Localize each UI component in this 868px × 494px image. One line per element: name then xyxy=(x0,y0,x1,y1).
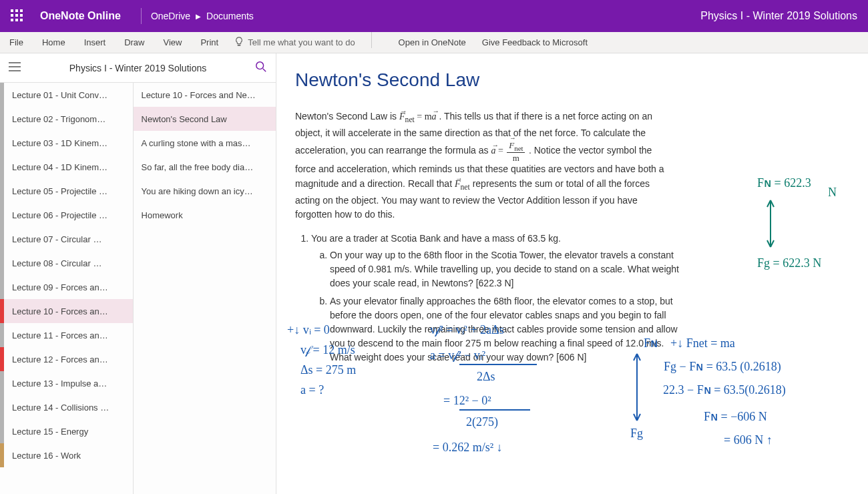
page-item[interactable]: A curling stone with a mas… xyxy=(134,131,276,155)
q1-stem: You are a trader at Scotia Bank and have… xyxy=(311,233,561,244)
svg-text:2(275): 2(275) xyxy=(466,415,498,429)
document-title: Physics I - Winter 2019 Solutions xyxy=(700,10,857,22)
lightbulb-icon xyxy=(234,37,244,48)
tab-view[interactable]: View xyxy=(154,32,192,53)
ink-newton-solve: +↓ Fnet = ma Fg − Fɴ = 63.5 (0.2618) 622… xyxy=(664,334,868,467)
nav-header: Physics I - Winter 2019 Solutions xyxy=(0,53,276,83)
search-icon[interactable] xyxy=(246,61,276,75)
page-item[interactable]: Lecture 10 - Forces and Ne… xyxy=(134,83,276,107)
svg-text:Fɴ = 622.3: Fɴ = 622.3 xyxy=(757,176,811,190)
app-name: OneNote Online xyxy=(40,10,121,22)
tell-me-label: Tell me what you want to do xyxy=(248,37,355,47)
breadcrumb-folder[interactable]: Documents xyxy=(206,11,254,21)
section-item[interactable]: Lecture 08 - Circular … xyxy=(0,251,133,275)
page-item[interactable]: Newton's Second Law xyxy=(134,107,276,131)
section-list[interactable]: Lecture 01 - Unit Conv…Lecture 02 - Trig… xyxy=(0,83,134,494)
open-in-onenote-link[interactable]: Open in OneNote xyxy=(391,37,474,47)
section-item[interactable]: Lecture 06 - Projectile … xyxy=(0,203,133,227)
page-item[interactable]: So far, all the free body dia… xyxy=(134,155,276,179)
svg-point-0 xyxy=(256,62,264,69)
svg-text:622.3 − Fɴ = 63.5(0.2618): 622.3 − Fɴ = 63.5(0.2618) xyxy=(664,383,786,397)
q1a: On your way up to the 68th floor in the … xyxy=(330,248,685,290)
breadcrumb[interactable]: OneDrive ▶ Documents xyxy=(151,11,254,21)
navigation-pane: Physics I - Winter 2019 Solutions Lectur… xyxy=(0,53,276,494)
body-text[interactable]: Newton's Second Law is Fnet = ma . This … xyxy=(295,109,669,222)
ink-fbd-top: Fɴ = 622.3 N Fg = 622.3 N xyxy=(677,174,851,280)
page-content[interactable]: Newton's Second Law Newton's Second Law … xyxy=(276,53,868,494)
q1b: As your elevator finally approaches the … xyxy=(330,294,685,364)
svg-text:= 0.262 m/s² ↓: = 0.262 m/s² ↓ xyxy=(433,441,503,454)
page-list[interactable]: Lecture 10 - Forces and Ne…Newton's Seco… xyxy=(134,83,276,494)
svg-text:= 606 N ↑: = 606 N ↑ xyxy=(724,433,773,447)
section-item[interactable]: Lecture 13 - Impulse a… xyxy=(0,371,133,395)
hamburger-icon[interactable] xyxy=(0,62,29,73)
section-item[interactable]: Lecture 03 - 1D Kinem… xyxy=(0,131,133,155)
svg-text:Δs = 275 m: Δs = 275 m xyxy=(300,363,356,377)
tab-draw[interactable]: Draw xyxy=(115,32,154,53)
divider xyxy=(141,8,142,24)
divider xyxy=(371,32,372,48)
section-item[interactable]: Lecture 09 - Forces an… xyxy=(0,275,133,299)
section-item[interactable]: Lecture 10 - Forces an… xyxy=(0,299,133,323)
breadcrumb-root[interactable]: OneDrive xyxy=(151,11,190,21)
tab-file[interactable]: File xyxy=(0,32,33,53)
main-area: Physics I - Winter 2019 Solutions Lectur… xyxy=(0,53,868,494)
svg-text:a = ?: a = ? xyxy=(300,383,324,397)
tab-insert[interactable]: Insert xyxy=(75,32,116,53)
section-item[interactable]: Lecture 16 - Work xyxy=(0,443,133,467)
section-item[interactable]: Lecture 01 - Unit Conv… xyxy=(0,83,133,107)
svg-text:2Δs: 2Δs xyxy=(477,370,495,383)
section-item[interactable]: Lecture 02 - Trigonom… xyxy=(0,107,133,131)
section-item[interactable]: Lecture 05 - Projectile … xyxy=(0,179,133,203)
tab-home[interactable]: Home xyxy=(33,32,75,53)
ribbon: File Home Insert Draw View Print Tell me… xyxy=(0,32,868,53)
problem-list[interactable]: You are a trader at Scotia Bank and have… xyxy=(311,232,685,364)
intro-text: Newton's Second Law is xyxy=(295,111,399,121)
svg-text:Fɴ = −606 N: Fɴ = −606 N xyxy=(704,410,767,423)
svg-text:Fg = 622.3 N: Fg = 622.3 N xyxy=(757,256,821,270)
section-item[interactable]: Lecture 07 - Circular … xyxy=(0,227,133,251)
section-item[interactable]: Lecture 14 - Collisions … xyxy=(0,395,133,419)
tab-print[interactable]: Print xyxy=(191,32,228,53)
page-item[interactable]: You are hiking down an icy… xyxy=(134,179,276,203)
tell-me-search[interactable]: Tell me what you want to do xyxy=(228,32,361,53)
page-title[interactable]: Newton's Second Law xyxy=(295,69,847,91)
chevron-right-icon: ▶ xyxy=(196,13,201,20)
title-bar: OneNote Online OneDrive ▶ Documents Phys… xyxy=(0,0,868,32)
svg-text:= 12² − 0²: = 12² − 0² xyxy=(443,394,491,407)
svg-text:N: N xyxy=(828,186,837,199)
section-item[interactable]: Lecture 12 - Forces an… xyxy=(0,347,133,371)
svg-text:Fg: Fg xyxy=(630,427,643,440)
notebook-title[interactable]: Physics I - Winter 2019 Solutions xyxy=(29,63,246,73)
app-launcher-icon[interactable] xyxy=(11,9,24,23)
section-item[interactable]: Lecture 11 - Forces an… xyxy=(0,323,133,347)
section-item[interactable]: Lecture 04 - 1D Kinem… xyxy=(0,155,133,179)
give-feedback-link[interactable]: Give Feedback to Microsoft xyxy=(474,37,596,47)
page-item[interactable]: Homework xyxy=(134,203,276,227)
section-item[interactable]: Lecture 15 - Energy xyxy=(0,419,133,443)
